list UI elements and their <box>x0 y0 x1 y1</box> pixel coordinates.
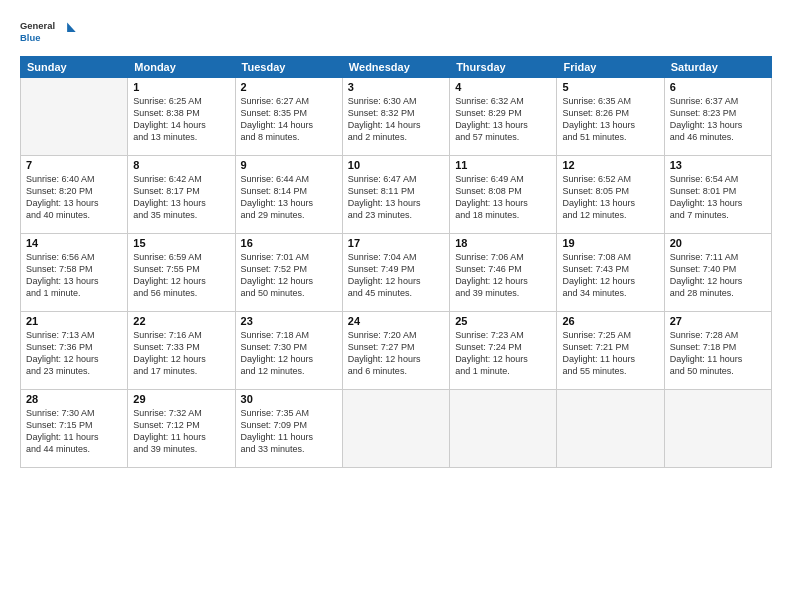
day-info: Sunrise: 6:49 AMSunset: 8:08 PMDaylight:… <box>455 173 551 222</box>
day-number: 2 <box>241 81 337 93</box>
svg-text:General: General <box>20 20 55 31</box>
calendar-cell: 3Sunrise: 6:30 AMSunset: 8:32 PMDaylight… <box>342 78 449 156</box>
day-info: Sunrise: 7:30 AMSunset: 7:15 PMDaylight:… <box>26 407 122 456</box>
calendar-cell: 20Sunrise: 7:11 AMSunset: 7:40 PMDayligh… <box>664 234 771 312</box>
calendar-cell: 12Sunrise: 6:52 AMSunset: 8:05 PMDayligh… <box>557 156 664 234</box>
day-info: Sunrise: 7:23 AMSunset: 7:24 PMDaylight:… <box>455 329 551 378</box>
day-number: 20 <box>670 237 766 249</box>
day-info: Sunrise: 6:37 AMSunset: 8:23 PMDaylight:… <box>670 95 766 144</box>
day-info: Sunrise: 6:54 AMSunset: 8:01 PMDaylight:… <box>670 173 766 222</box>
calendar-cell: 10Sunrise: 6:47 AMSunset: 8:11 PMDayligh… <box>342 156 449 234</box>
dow-header-tuesday: Tuesday <box>235 57 342 78</box>
day-number: 4 <box>455 81 551 93</box>
calendar-cell: 14Sunrise: 6:56 AMSunset: 7:58 PMDayligh… <box>21 234 128 312</box>
calendar-cell: 21Sunrise: 7:13 AMSunset: 7:36 PMDayligh… <box>21 312 128 390</box>
day-info: Sunrise: 7:32 AMSunset: 7:12 PMDaylight:… <box>133 407 229 456</box>
calendar-cell <box>21 78 128 156</box>
calendar-cell <box>450 390 557 468</box>
day-info: Sunrise: 7:01 AMSunset: 7:52 PMDaylight:… <box>241 251 337 300</box>
calendar-cell: 30Sunrise: 7:35 AMSunset: 7:09 PMDayligh… <box>235 390 342 468</box>
calendar-cell: 23Sunrise: 7:18 AMSunset: 7:30 PMDayligh… <box>235 312 342 390</box>
calendar-cell: 24Sunrise: 7:20 AMSunset: 7:27 PMDayligh… <box>342 312 449 390</box>
day-number: 22 <box>133 315 229 327</box>
svg-marker-2 <box>67 23 76 32</box>
calendar-cell: 15Sunrise: 6:59 AMSunset: 7:55 PMDayligh… <box>128 234 235 312</box>
day-number: 25 <box>455 315 551 327</box>
day-info: Sunrise: 6:44 AMSunset: 8:14 PMDaylight:… <box>241 173 337 222</box>
calendar-cell: 27Sunrise: 7:28 AMSunset: 7:18 PMDayligh… <box>664 312 771 390</box>
calendar-cell: 17Sunrise: 7:04 AMSunset: 7:49 PMDayligh… <box>342 234 449 312</box>
dow-header-friday: Friday <box>557 57 664 78</box>
day-number: 15 <box>133 237 229 249</box>
calendar-cell: 25Sunrise: 7:23 AMSunset: 7:24 PMDayligh… <box>450 312 557 390</box>
day-info: Sunrise: 7:35 AMSunset: 7:09 PMDaylight:… <box>241 407 337 456</box>
calendar-table: SundayMondayTuesdayWednesdayThursdayFrid… <box>20 56 772 468</box>
dow-header-thursday: Thursday <box>450 57 557 78</box>
calendar-cell: 18Sunrise: 7:06 AMSunset: 7:46 PMDayligh… <box>450 234 557 312</box>
day-number: 12 <box>562 159 658 171</box>
day-info: Sunrise: 6:52 AMSunset: 8:05 PMDaylight:… <box>562 173 658 222</box>
day-info: Sunrise: 6:40 AMSunset: 8:20 PMDaylight:… <box>26 173 122 222</box>
dow-header-monday: Monday <box>128 57 235 78</box>
calendar-week-2: 7Sunrise: 6:40 AMSunset: 8:20 PMDaylight… <box>21 156 772 234</box>
calendar-cell: 4Sunrise: 6:32 AMSunset: 8:29 PMDaylight… <box>450 78 557 156</box>
day-number: 13 <box>670 159 766 171</box>
calendar-cell <box>342 390 449 468</box>
calendar-cell: 11Sunrise: 6:49 AMSunset: 8:08 PMDayligh… <box>450 156 557 234</box>
day-info: Sunrise: 7:13 AMSunset: 7:36 PMDaylight:… <box>26 329 122 378</box>
calendar-cell: 6Sunrise: 6:37 AMSunset: 8:23 PMDaylight… <box>664 78 771 156</box>
day-number: 21 <box>26 315 122 327</box>
day-number: 3 <box>348 81 444 93</box>
calendar-cell: 28Sunrise: 7:30 AMSunset: 7:15 PMDayligh… <box>21 390 128 468</box>
calendar-cell: 19Sunrise: 7:08 AMSunset: 7:43 PMDayligh… <box>557 234 664 312</box>
logo-svg: General Blue <box>20 16 80 48</box>
calendar-week-4: 21Sunrise: 7:13 AMSunset: 7:36 PMDayligh… <box>21 312 772 390</box>
day-info: Sunrise: 7:18 AMSunset: 7:30 PMDaylight:… <box>241 329 337 378</box>
calendar-cell: 5Sunrise: 6:35 AMSunset: 8:26 PMDaylight… <box>557 78 664 156</box>
svg-text:Blue: Blue <box>20 32 40 43</box>
dow-header-wednesday: Wednesday <box>342 57 449 78</box>
calendar-week-3: 14Sunrise: 6:56 AMSunset: 7:58 PMDayligh… <box>21 234 772 312</box>
day-info: Sunrise: 7:25 AMSunset: 7:21 PMDaylight:… <box>562 329 658 378</box>
logo: General Blue <box>20 16 80 48</box>
day-number: 27 <box>670 315 766 327</box>
calendar-cell <box>557 390 664 468</box>
day-number: 19 <box>562 237 658 249</box>
day-info: Sunrise: 6:42 AMSunset: 8:17 PMDaylight:… <box>133 173 229 222</box>
day-number: 10 <box>348 159 444 171</box>
day-number: 28 <box>26 393 122 405</box>
calendar-cell: 9Sunrise: 6:44 AMSunset: 8:14 PMDaylight… <box>235 156 342 234</box>
calendar-cell: 29Sunrise: 7:32 AMSunset: 7:12 PMDayligh… <box>128 390 235 468</box>
day-number: 29 <box>133 393 229 405</box>
calendar-week-1: 1Sunrise: 6:25 AMSunset: 8:38 PMDaylight… <box>21 78 772 156</box>
day-info: Sunrise: 7:28 AMSunset: 7:18 PMDaylight:… <box>670 329 766 378</box>
day-number: 26 <box>562 315 658 327</box>
dow-header-sunday: Sunday <box>21 57 128 78</box>
calendar-cell: 16Sunrise: 7:01 AMSunset: 7:52 PMDayligh… <box>235 234 342 312</box>
day-number: 30 <box>241 393 337 405</box>
day-number: 5 <box>562 81 658 93</box>
day-number: 8 <box>133 159 229 171</box>
calendar-week-5: 28Sunrise: 7:30 AMSunset: 7:15 PMDayligh… <box>21 390 772 468</box>
day-info: Sunrise: 6:47 AMSunset: 8:11 PMDaylight:… <box>348 173 444 222</box>
day-info: Sunrise: 6:32 AMSunset: 8:29 PMDaylight:… <box>455 95 551 144</box>
day-info: Sunrise: 6:25 AMSunset: 8:38 PMDaylight:… <box>133 95 229 144</box>
calendar-cell <box>664 390 771 468</box>
calendar-cell: 13Sunrise: 6:54 AMSunset: 8:01 PMDayligh… <box>664 156 771 234</box>
page-header: General Blue <box>20 16 772 48</box>
day-number: 7 <box>26 159 122 171</box>
calendar-cell: 2Sunrise: 6:27 AMSunset: 8:35 PMDaylight… <box>235 78 342 156</box>
day-info: Sunrise: 7:16 AMSunset: 7:33 PMDaylight:… <box>133 329 229 378</box>
calendar-cell: 26Sunrise: 7:25 AMSunset: 7:21 PMDayligh… <box>557 312 664 390</box>
day-info: Sunrise: 6:30 AMSunset: 8:32 PMDaylight:… <box>348 95 444 144</box>
day-info: Sunrise: 7:11 AMSunset: 7:40 PMDaylight:… <box>670 251 766 300</box>
dow-header-saturday: Saturday <box>664 57 771 78</box>
day-info: Sunrise: 6:27 AMSunset: 8:35 PMDaylight:… <box>241 95 337 144</box>
day-info: Sunrise: 6:35 AMSunset: 8:26 PMDaylight:… <box>562 95 658 144</box>
day-info: Sunrise: 7:06 AMSunset: 7:46 PMDaylight:… <box>455 251 551 300</box>
calendar-cell: 7Sunrise: 6:40 AMSunset: 8:20 PMDaylight… <box>21 156 128 234</box>
day-info: Sunrise: 7:04 AMSunset: 7:49 PMDaylight:… <box>348 251 444 300</box>
day-number: 11 <box>455 159 551 171</box>
day-number: 6 <box>670 81 766 93</box>
day-number: 9 <box>241 159 337 171</box>
